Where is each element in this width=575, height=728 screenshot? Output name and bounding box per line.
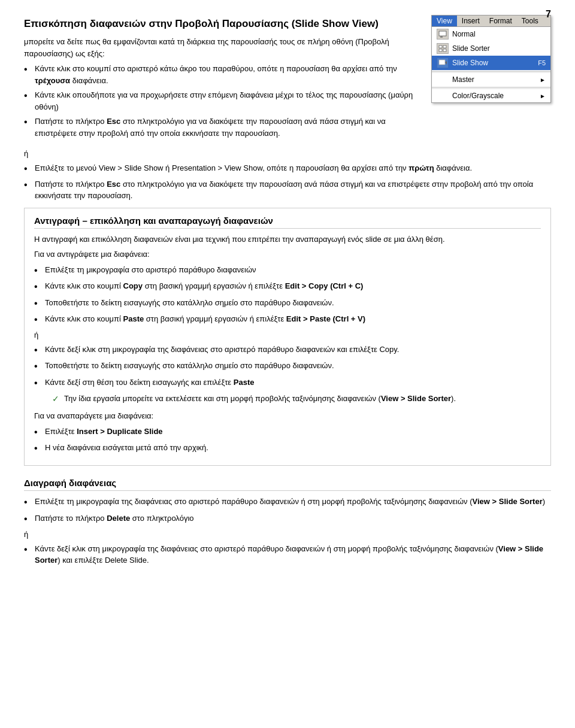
copy-bullet-content-2: Κάντε κλικ στο κουμπί Copy στη βασική γρ… [45, 280, 541, 293]
copy-bullet-content-1: Επιλέξτε τη μικρογραφία στο αριστερό παρ… [45, 264, 541, 277]
section-copy-title: Αντιγραφή – επικόλληση και αναπαραγωγή δ… [34, 216, 541, 229]
section-delete: Διαγραφή διαφάνειας • Επιλέξτε τη μικρογ… [24, 478, 551, 566]
bullet-content-3: Πατήστε το πλήκτρο Esc στο πληκτρολόγιο … [35, 116, 419, 139]
bullet-dot-3: • [24, 116, 35, 139]
menu-bar-insert: Insert [457, 16, 485, 26]
copy-bullet-4: • Κάντε κλικ στο κουμπί Paste στη βασική… [34, 313, 541, 326]
copy-bullet-content-4: Κάντε κλικ στο κουμπί Paste στη βασική γ… [45, 313, 541, 326]
svg-rect-5 [443, 49, 446, 51]
menu-item-master[interactable]: Master ► [432, 73, 550, 86]
bullet-item-1: • Κάντε κλικ στο κουμπί στο αριστερό κάτ… [24, 63, 419, 86]
svg-rect-0 [439, 31, 446, 36]
menu-container: View Insert Format Tools Normal [431, 15, 551, 103]
bullet-dot-5: • [24, 178, 35, 202]
bullet-item-2: • Κάντε κλικ οπουδήποτε για να προχωρήσε… [24, 89, 419, 113]
or-line-2: ή [34, 329, 541, 341]
copy-bullet-content-6: Τοποθετήστε το δείκτη εισαγωγής στο κατά… [45, 360, 541, 373]
delete-bullet-3: • Κάντε δεξί κλικ στη μικρογραφία της δι… [24, 543, 551, 566]
menu-item-slide-sorter[interactable]: Slide Sorter [432, 41, 550, 56]
for-duplicate-label: Για να αναπαράγετε μια διαφάνεια: [34, 410, 541, 422]
svg-rect-1 [440, 37, 443, 38]
copy-bullet-dot-4: • [34, 313, 45, 326]
menu-separator-2 [432, 87, 550, 88]
menu-item-slide-show[interactable]: Slide Show F5 [432, 56, 550, 70]
slide-show-shortcut: F5 [538, 59, 546, 66]
menu-item-normal[interactable]: Normal [432, 27, 550, 41]
bullet-content-5: Πατήστε το πλήκτρο Esc στο πληκτρολόγιο … [35, 178, 551, 202]
menu-bar-tools: Tools [517, 16, 543, 26]
bullet-dot-2: • [24, 89, 35, 113]
menu-separator-1 [432, 71, 550, 72]
bullet-content-1: Κάντε κλικ στο κουμπί στο αριστερό κάτω … [35, 63, 419, 86]
delete-bullet-content-1: Επιλέξτε τη μικρογραφία της διαφάνειας σ… [35, 496, 551, 509]
slide-show-icon [437, 57, 449, 68]
copy-bullet-dot-1: • [34, 264, 45, 277]
dup-bullet-dot-2: • [34, 442, 45, 455]
delete-title: Διαγραφή διαφάνειας [24, 478, 551, 491]
dup-bullet-1: • Επιλέξτε Insert > Duplicate Slide [34, 426, 541, 439]
svg-rect-4 [439, 49, 442, 51]
svg-rect-3 [443, 46, 446, 48]
copy-bullet-1: • Επιλέξτε τη μικρογραφία στο αριστερό π… [34, 264, 541, 277]
bullet-dot-1: • [24, 63, 35, 86]
copy-bullet-dot-2: • [34, 280, 45, 293]
dup-bullet-content-2: Η νέα διαφάνεια εισάγεται μετά από την α… [45, 442, 541, 455]
menu-bar: View Insert Format Tools [432, 16, 550, 27]
page-title: Επισκόπηση διαφανειών στην Προβολή Παρου… [24, 18, 419, 30]
dup-bullet-content-1: Επιλέξτε Insert > Duplicate Slide [45, 426, 541, 439]
checkmark-icon: ✓ [52, 393, 64, 405]
bullet-dot-4: • [24, 162, 35, 175]
copy-bullet-5: • Κάντε δεξί κλικ στη μικρογραφία της δι… [34, 344, 541, 357]
copy-bullet-dot-3: • [34, 297, 45, 310]
menu-color-label: Color/Grayscale [452, 92, 504, 100]
copy-bullet-2: • Κάντε κλικ στο κουμπί Copy στη βασική … [34, 280, 541, 293]
bullet-item-3: • Πατήστε το πλήκτρο Esc στο πληκτρολόγι… [24, 116, 419, 139]
note-content: Την ίδια εργασία μπορείτε να εκτελέσετε … [64, 393, 456, 405]
copy-bullet-3: • Τοποθετήστε το δείκτη εισαγωγής στο κα… [34, 297, 541, 310]
slide-sorter-icon [437, 43, 449, 54]
menu-bar-view: View [432, 16, 457, 26]
dup-bullet-2: • Η νέα διαφάνεια εισάγεται μετά από την… [34, 442, 541, 455]
delete-bullet-2: • Πατήστε το πλήκτρο Delete στο πληκτρολ… [24, 512, 551, 526]
note-item: ✓ Την ίδια εργασία μπορείτε να εκτελέσετ… [52, 393, 541, 405]
delete-bullet-dot-1: • [24, 496, 35, 509]
section-copy-paste: Αντιγραφή – επικόλληση και αναπαραγωγή δ… [24, 208, 551, 466]
dup-bullet-dot-1: • [34, 426, 45, 439]
copy-bullet-content-7: Κάντε δεξί στη θέση του δείκτη εισαγωγής… [45, 377, 541, 390]
bullet-item-5: • Πατήστε το πλήκτρο Esc στο πληκτρολόγι… [24, 178, 551, 202]
menu-master-label: Master [452, 75, 474, 84]
bullet-content-2: Κάντε κλικ οπουδήποτε για να προχωρήσετε… [35, 89, 419, 113]
or-line-1: ή [24, 148, 551, 160]
menu-image: View Insert Format Tools Normal [431, 15, 551, 142]
menu-slide-show-label: Slide Show [452, 59, 488, 67]
or-line-3: ή [24, 529, 551, 541]
copy-bullet-content-5: Κάντε δεξί κλικ στη μικρογραφία της διαφ… [45, 344, 541, 357]
svg-rect-2 [439, 46, 442, 48]
svg-rect-6 [439, 60, 445, 65]
menu-normal-label: Normal [452, 30, 476, 38]
top-text-section: Επισκόπηση διαφανειών στην Προβολή Παρου… [24, 12, 419, 142]
copy-bullet-dot-6: • [34, 360, 45, 373]
bullet-item-4: • Επιλέξτε το μενού View > Slide Show ή … [24, 162, 551, 175]
color-arrow-icon: ► [540, 93, 546, 99]
bullet-content-4: Επιλέξτε το μενού View > Slide Show ή Pr… [35, 162, 551, 175]
copy-bullet-6: • Τοποθετήστε το δείκτη εισαγωγής στο κα… [34, 360, 541, 373]
delete-bullet-content-2: Πατήστε το πλήκτρο Delete στο πληκτρολόγ… [35, 512, 551, 526]
menu-slide-sorter-label: Slide Sorter [452, 44, 490, 53]
for-copy-label: Για να αντιγράψετε μια διαφάνεια: [34, 248, 541, 260]
copy-bullet-dot-7: • [34, 377, 45, 390]
normal-icon [437, 29, 449, 40]
menu-item-color-grayscale[interactable]: Color/Grayscale ► [432, 89, 550, 102]
copy-intro: Η αντιγραφή και επικόλληση διαφανειών εί… [34, 233, 541, 245]
intro-paragraph: μπορείτε να δείτε πως θα εμφανίζονται κα… [24, 36, 419, 59]
page-number: 7 [546, 9, 551, 20]
copy-bullet-content-3: Τοποθετήστε το δείκτη εισαγωγής στο κατά… [45, 297, 541, 310]
svg-marker-7 [445, 61, 447, 65]
menu-bar-format: Format [485, 16, 517, 26]
delete-bullet-dot-3: • [24, 543, 35, 566]
delete-bullet-dot-2: • [24, 512, 35, 526]
delete-bullet-1: • Επιλέξτε τη μικρογραφία της διαφάνειας… [24, 496, 551, 509]
master-arrow-icon: ► [540, 77, 546, 83]
copy-bullet-7: • Κάντε δεξί στη θέση του δείκτη εισαγωγ… [34, 377, 541, 390]
copy-bullet-dot-5: • [34, 344, 45, 357]
